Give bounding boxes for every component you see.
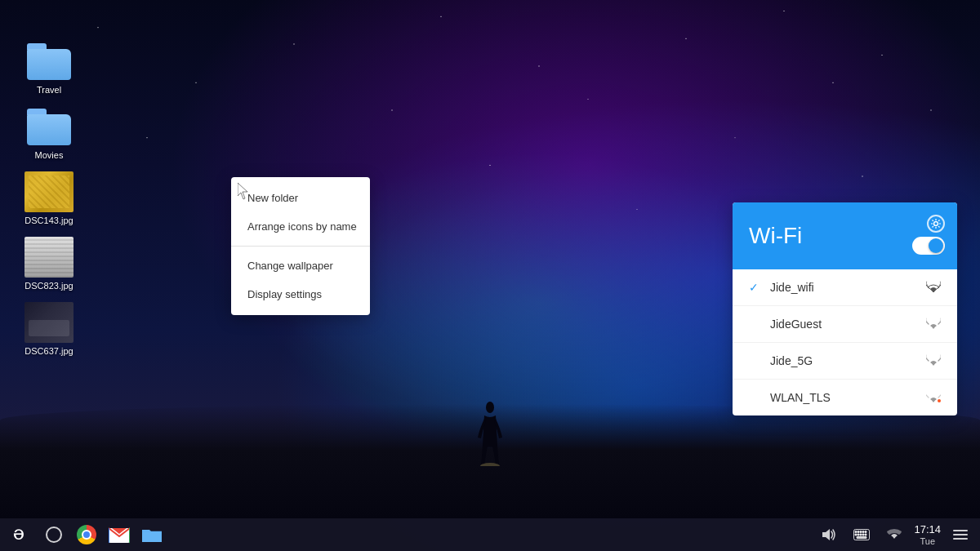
taskbar-home-button[interactable]	[39, 520, 69, 549]
taskbar-jide-button[interactable]: Ə	[7, 520, 36, 549]
icon-label-dsc823: DSC823.jpg	[24, 281, 73, 291]
desktop-icon-movies[interactable]: Movies	[16, 106, 82, 160]
person-silhouette	[478, 401, 502, 469]
svg-rect-12	[865, 531, 866, 533]
desktop-icon-travel[interactable]: Travel	[16, 41, 82, 95]
taskbar-clock[interactable]: 17:14 Tue	[914, 523, 941, 546]
icon-label-movies: Movies	[35, 150, 64, 160]
wifi-name-jideguest: JideGuest	[770, 318, 822, 331]
taskbar-files-button[interactable]	[137, 520, 167, 549]
clock-day: Tue	[914, 536, 941, 546]
taskbar-app-icons: Ə	[7, 520, 167, 549]
taskbar-menu-button[interactable]	[947, 520, 973, 549]
clock-time: 17:14	[914, 523, 941, 536]
taskbar-volume-icon[interactable]	[816, 520, 842, 549]
svg-rect-13	[855, 534, 857, 535]
desktop-icon-dsc823[interactable]: DSC823.jpg	[16, 237, 82, 291]
wifi-signal-jide5g	[926, 356, 941, 366]
hamburger-menu-icon	[953, 530, 968, 540]
wifi-toggle-knob	[929, 238, 943, 253]
menu-divider	[231, 246, 370, 247]
menu-item-new-folder[interactable]: New folder	[231, 184, 370, 212]
menu-line-3	[953, 538, 968, 540]
taskbar-keyboard-icon[interactable]	[849, 520, 875, 549]
svg-rect-14	[858, 534, 859, 535]
wifi-panel: Wi-Fi ✓ Jide_wifi ✓ JideGuest	[733, 202, 957, 415]
taskbar: Ə	[0, 518, 980, 551]
taskbar-system-icons: 17:14 Tue	[816, 520, 973, 549]
wifi-settings-icon[interactable]	[927, 215, 945, 233]
wifi-network-jideguest[interactable]: ✓ JideGuest	[733, 306, 957, 343]
svg-point-5	[47, 527, 61, 542]
wifi-name-wlan: WLAN_TLS	[770, 391, 831, 404]
desktop-icon-dsc637[interactable]: DSC637.jpg	[16, 302, 82, 356]
icon-label-dsc143: DSC143.jpg	[24, 216, 73, 225]
menu-line-2	[953, 534, 968, 535]
svg-point-3	[938, 399, 941, 402]
svg-point-2	[934, 222, 938, 226]
desktop-icon-dsc143[interactable]: DSC143.jpg	[16, 171, 82, 225]
wifi-name-jide5g: Jide_5G	[770, 354, 813, 367]
wifi-toggle[interactable]	[912, 237, 945, 255]
context-menu: New folder Arrange icons by name Change …	[231, 177, 370, 315]
wifi-header: Wi-Fi	[733, 202, 957, 269]
wifi-name-jide: Jide_wifi	[770, 281, 814, 294]
svg-text:Ə: Ə	[13, 528, 24, 542]
svg-rect-8	[855, 531, 857, 533]
menu-item-display-settings[interactable]: Display settings	[231, 280, 370, 309]
taskbar-chrome-button[interactable]	[72, 520, 101, 549]
wifi-network-wlan[interactable]: ✓ WLAN_TLS	[733, 380, 957, 415]
wifi-connected-check: ✓	[749, 281, 762, 294]
menu-line-1	[953, 530, 968, 531]
svg-rect-17	[865, 534, 866, 535]
taskbar-wifi-icon[interactable]	[881, 520, 907, 549]
wifi-signal-jide	[926, 282, 941, 292]
wifi-network-jide[interactable]: ✓ Jide_wifi	[733, 269, 957, 306]
wifi-signal-wlan	[926, 393, 941, 402]
svg-rect-15	[860, 534, 862, 535]
menu-item-change-wallpaper[interactable]: Change wallpaper	[231, 251, 370, 280]
taskbar-gmail-button[interactable]	[105, 520, 134, 549]
svg-rect-9	[858, 531, 859, 533]
svg-rect-16	[862, 534, 864, 535]
svg-point-0	[486, 402, 494, 413]
svg-rect-11	[862, 531, 864, 533]
wifi-network-jide5g[interactable]: ✓ Jide_5G	[733, 343, 957, 380]
menu-item-arrange-icons[interactable]: Arrange icons by name	[231, 212, 370, 241]
svg-rect-10	[860, 531, 862, 533]
icon-label-dsc637: DSC637.jpg	[24, 346, 73, 356]
svg-rect-18	[857, 537, 866, 539]
wifi-signal-jideguest	[926, 319, 941, 329]
icon-label-travel: Travel	[37, 85, 61, 95]
